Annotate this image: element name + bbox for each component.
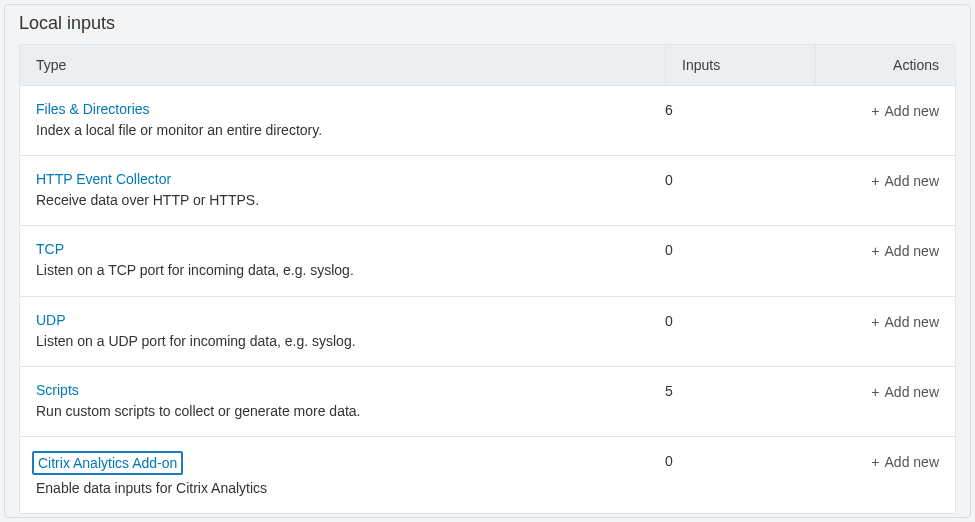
cell-actions: + Add new [799, 100, 939, 120]
add-new-button[interactable]: + Add new [871, 103, 939, 119]
input-type-description: Index a local file or monitor an entire … [36, 121, 649, 139]
cell-type: TCPListen on a TCP port for incoming dat… [36, 240, 649, 279]
plus-icon: + [871, 384, 879, 400]
inputs-table: Type Inputs Actions Files & DirectoriesI… [19, 44, 956, 514]
header-actions: Actions [815, 45, 955, 85]
add-new-button[interactable]: + Add new [871, 243, 939, 259]
table-row: Files & DirectoriesIndex a local file or… [20, 86, 955, 156]
local-inputs-panel: Local inputs Type Inputs Actions Files &… [4, 4, 971, 518]
cell-type: UDPListen on a UDP port for incoming dat… [36, 311, 649, 350]
add-new-button[interactable]: + Add new [871, 454, 939, 470]
add-new-label: Add new [881, 384, 939, 400]
input-type-link[interactable]: HTTP Event Collector [36, 171, 171, 187]
cell-inputs-count: 6 [649, 100, 799, 118]
cell-type: Files & DirectoriesIndex a local file or… [36, 100, 649, 139]
cell-inputs-count: 0 [649, 451, 799, 469]
header-type: Type [20, 45, 665, 85]
input-type-link[interactable]: TCP [36, 241, 64, 257]
cell-actions: + Add new [799, 170, 939, 190]
plus-icon: + [871, 173, 879, 189]
cell-inputs-count: 0 [649, 170, 799, 188]
cell-type: Citrix Analytics Add-onEnable data input… [36, 451, 649, 497]
input-type-link[interactable]: Citrix Analytics Add-on [32, 451, 183, 475]
header-inputs: Inputs [665, 45, 815, 85]
cell-inputs-count: 0 [649, 311, 799, 329]
cell-inputs-count: 5 [649, 381, 799, 399]
plus-icon: + [871, 103, 879, 119]
input-type-link[interactable]: Scripts [36, 382, 79, 398]
add-new-label: Add new [881, 103, 939, 119]
input-type-description: Enable data inputs for Citrix Analytics [36, 479, 649, 497]
add-new-button[interactable]: + Add new [871, 384, 939, 400]
table-row: UDPListen on a UDP port for incoming dat… [20, 297, 955, 367]
add-new-button[interactable]: + Add new [871, 314, 939, 330]
table-row: TCPListen on a TCP port for incoming dat… [20, 226, 955, 296]
cell-inputs-count: 0 [649, 240, 799, 258]
cell-actions: + Add new [799, 381, 939, 401]
cell-type: HTTP Event CollectorReceive data over HT… [36, 170, 649, 209]
plus-icon: + [871, 314, 879, 330]
add-new-button[interactable]: + Add new [871, 173, 939, 189]
plus-icon: + [871, 454, 879, 470]
add-new-label: Add new [881, 314, 939, 330]
cell-actions: + Add new [799, 311, 939, 331]
input-type-description: Receive data over HTTP or HTTPS. [36, 191, 649, 209]
cell-actions: + Add new [799, 240, 939, 260]
plus-icon: + [871, 243, 879, 259]
table-row: Citrix Analytics Add-onEnable data input… [20, 437, 955, 513]
panel-title: Local inputs [5, 5, 970, 44]
add-new-label: Add new [881, 243, 939, 259]
input-type-description: Run custom scripts to collect or generat… [36, 402, 649, 420]
table-row: ScriptsRun custom scripts to collect or … [20, 367, 955, 437]
input-type-description: Listen on a UDP port for incoming data, … [36, 332, 649, 350]
input-type-link[interactable]: UDP [36, 312, 66, 328]
table-row: HTTP Event CollectorReceive data over HT… [20, 156, 955, 226]
input-type-link[interactable]: Files & Directories [36, 101, 150, 117]
add-new-label: Add new [881, 454, 939, 470]
cell-actions: + Add new [799, 451, 939, 471]
table-header-row: Type Inputs Actions [20, 45, 955, 86]
add-new-label: Add new [881, 173, 939, 189]
cell-type: ScriptsRun custom scripts to collect or … [36, 381, 649, 420]
input-type-description: Listen on a TCP port for incoming data, … [36, 261, 649, 279]
